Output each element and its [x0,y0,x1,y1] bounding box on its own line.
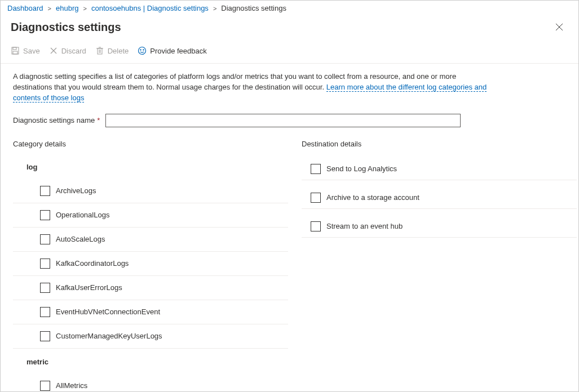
chevron-right-icon: > [82,5,88,12]
log-label: AutoScaleLogs [56,235,105,243]
log-label: ArchiveLogs [56,186,96,195]
discard-icon [49,46,58,55]
checkbox-kafkausererrorlogs[interactable] [40,283,50,293]
destination-item[interactable]: Stream to an event hub [302,216,577,238]
save-button[interactable]: Save [11,46,40,55]
svg-point-13 [140,50,141,50]
metric-group-heading: metric [13,349,288,374]
delete-label: Delete [108,47,129,55]
page-title: Diagnostics settings [11,21,121,34]
metric-category-item[interactable]: AllMetrics [13,374,288,392]
close-icon [555,23,563,31]
log-category-item[interactable]: OperationalLogs [13,203,288,228]
log-label: KafkaUserErrorLogs [56,283,122,292]
log-label: OperationalLogs [56,211,109,219]
log-label: KafkaCoordinatorLogs [56,259,129,268]
checkbox-storage-account[interactable] [311,193,321,203]
chevron-right-icon: > [47,5,52,12]
category-details-column: Category details log ArchiveLogs Operati… [13,140,288,392]
checkbox-archivelogs[interactable] [40,186,50,196]
log-category-item[interactable]: ArchiveLogs [13,179,288,203]
checkbox-event-hub[interactable] [311,221,321,231]
breadcrumb-item-current: Diagnostics settings [221,4,286,12]
checkbox-eventhubvnetconnectionevent[interactable] [40,307,50,317]
name-field-label: Diagnostic settings name [13,116,95,124]
checkbox-kafkacoordinatorlogs[interactable] [40,259,50,269]
discard-button[interactable]: Discard [49,46,86,55]
destination-label: Stream to an event hub [326,222,403,230]
log-category-item[interactable]: EventHubVNetConnectionEvent [13,300,288,324]
log-category-item[interactable]: CustomerManagedKeyUserLogs [13,324,288,349]
chevron-right-icon: > [212,5,218,12]
svg-rect-7 [98,48,102,54]
feedback-button[interactable]: Provide feedback [138,46,206,55]
breadcrumb-item-contosoehubns[interactable]: contosoehubns | Diagnostic settings [91,4,209,12]
destination-heading: Destination details [302,140,577,148]
toolbar: Save Discard Delete Provide feedback [1,42,578,64]
checkbox-allmetrics[interactable] [40,381,50,391]
svg-rect-4 [13,51,17,54]
svg-point-14 [143,50,144,50]
name-field-row: Diagnostic settings name * [13,114,566,127]
log-category-item[interactable]: AutoScaleLogs [13,228,288,252]
breadcrumb-item-dashboard[interactable]: Dashboard [7,4,43,12]
delete-button[interactable]: Delete [95,46,129,55]
log-label: EventHubVNetConnectionEvent [56,308,160,316]
checkbox-autoscalelogs[interactable] [40,234,50,244]
log-category-item[interactable]: KafkaCoordinatorLogs [13,252,288,276]
breadcrumb: Dashboard > ehubrg > contosoehubns | Dia… [1,1,578,15]
intro-text: A diagnostic setting specifies a list of… [13,72,492,104]
breadcrumb-item-ehubrg[interactable]: ehubrg [56,4,78,12]
checkbox-operationallogs[interactable] [40,210,50,220]
svg-rect-3 [13,47,16,50]
close-button[interactable] [550,18,568,36]
destination-item[interactable]: Send to Log Analytics [302,158,577,180]
discard-label: Discard [61,47,86,55]
log-category-item[interactable]: KafkaUserErrorLogs [13,276,288,300]
checkbox-log-analytics[interactable] [311,164,321,174]
log-label: CustomerManagedKeyUserLogs [56,332,162,340]
delete-icon [95,46,104,55]
content-area: A diagnostic setting specifies a list of… [1,64,578,392]
log-group-heading: log [13,158,288,179]
destination-item[interactable]: Archive to a storage account [302,187,577,209]
svg-point-12 [139,47,146,55]
smiley-icon [138,46,147,55]
page-header: Diagnostics settings [1,15,578,42]
destination-label: Send to Log Analytics [326,164,397,173]
destination-details-column: Destination details Send to Log Analytic… [302,140,577,392]
checkbox-customermanagedkeyuserlogs[interactable] [40,331,50,341]
name-input[interactable] [105,114,461,127]
metric-label: AllMetrics [56,381,87,390]
save-label: Save [23,47,40,55]
destination-label: Archive to a storage account [326,193,419,202]
save-icon [11,46,20,55]
feedback-label: Provide feedback [150,47,206,55]
required-asterisk: * [97,116,100,124]
category-heading: Category details [13,140,288,148]
